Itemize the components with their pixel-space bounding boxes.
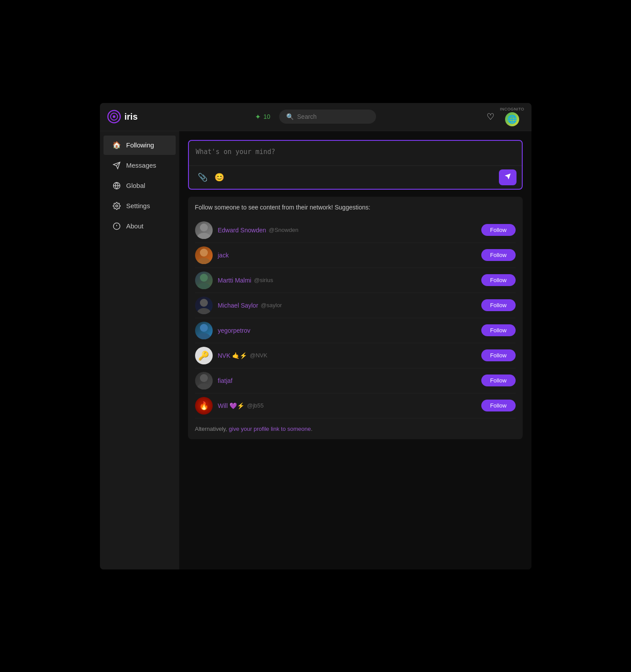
suggestion-name-martti[interactable]: Martti Malmi [218,277,251,284]
suggestion-handle-will: @jb55 [247,402,264,409]
post-box: 📎 😊 [188,140,523,190]
suggestion-row-yegor: yegorpetrov Follow [195,318,516,343]
suggestion-name-jack[interactable]: jack [218,252,229,259]
suggestion-row-martti: Martti Malmi @sirius Follow [195,268,516,293]
incognito-label: INCOGNITO [500,107,524,111]
suggestion-handle-snowden: @Snowden [269,227,298,233]
svg-point-12 [200,274,208,282]
alternatively-text: Alternatively, [195,426,229,432]
topbar: iris ✦ 10 🔍 ♡ INCOGNITO 🌐 [100,103,531,131]
sidebar-label-about: About [126,222,144,230]
about-icon [112,222,121,231]
sidebar-item-messages[interactable]: Messages [103,156,176,175]
follow-button-martti[interactable]: Follow [481,274,516,286]
follow-button-yegor[interactable]: Follow [481,324,516,336]
send-icon [504,173,511,182]
svg-point-14 [200,299,208,307]
suggestion-row-nvk: 🔑 NVK 🤙⚡ @NVK Follow [195,343,516,368]
logo-area: iris [107,110,186,124]
sidebar-label-messages: Messages [126,162,156,169]
suggestion-info-nvk: NVK 🤙⚡ @NVK [218,352,476,359]
suggestion-name-will[interactable]: Will 💜⚡ [218,402,244,409]
suggestion-name-snowden[interactable]: Edward Snowden [218,227,266,234]
home-icon: 🏠 [112,141,121,150]
topbar-right: ♡ INCOGNITO 🌐 [445,107,524,126]
svg-point-16 [200,324,208,332]
suggestion-name-fiatjaf[interactable]: fiatjaf [218,377,232,384]
search-bar[interactable]: 🔍 [279,110,376,124]
follow-button-will[interactable]: Follow [481,400,516,411]
avatar-nvk: 🔑 [195,347,213,364]
suggestion-row-jack: jack Follow [195,243,516,268]
incognito-button[interactable]: INCOGNITO 🌐 [500,107,524,126]
global-icon [112,181,121,190]
suggestion-info-martti: Martti Malmi @sirius [218,277,476,284]
sidebar-item-settings[interactable]: Settings [103,196,176,216]
avatar-saylor [195,297,213,314]
settings-icon [112,202,121,210]
sidebar-label-global: Global [126,182,145,189]
avatar-martti [195,272,213,289]
sidebar-item-following[interactable]: 🏠 Following [103,136,176,155]
suggestion-info-yegor: yegorpetrov [218,327,476,334]
period: . [311,426,313,432]
suggestion-info-will: Will 💜⚡ @jb55 [218,402,476,409]
svg-point-9 [197,233,210,239]
avatar-yegor [195,322,213,339]
suggestion-handle-martti: @sirius [254,277,273,283]
content-area: 📎 😊 Follow someone [179,131,531,569]
post-submit-button[interactable] [499,169,517,185]
search-input[interactable] [297,113,369,120]
follow-button-snowden[interactable]: Follow [481,224,516,236]
suggestion-handle-nvk: @NVK [250,352,267,359]
svg-point-8 [200,224,208,231]
sidebar-item-about[interactable]: About [103,217,176,236]
suggestion-name-nvk[interactable]: NVK 🤙⚡ [218,352,247,359]
notifications-button[interactable]: ♡ [487,111,494,122]
suggestion-name-saylor[interactable]: Michael Saylor [218,302,258,309]
score-badge: ✦ 10 [255,113,270,121]
profile-link[interactable]: give your profile link to someone [229,426,311,432]
alternatively-section: Alternatively, give your profile link to… [195,426,516,432]
iris-logo-icon [107,110,121,124]
avatar-jack [195,246,213,264]
incognito-avatar: 🌐 [505,112,519,126]
score-icon: ✦ [255,113,261,121]
svg-point-15 [197,308,210,314]
suggestion-row-fiatjaf: fiatjaf Follow [195,368,516,393]
suggestion-info-saylor: Michael Saylor @saylor [218,302,476,309]
messages-icon [112,161,121,170]
avatar-will: 🔥 [195,397,213,415]
sidebar-item-global[interactable]: Global [103,176,176,195]
topbar-center: ✦ 10 🔍 [186,110,445,124]
score-value: 10 [263,113,270,120]
sidebar: 🏠 Following Messages Global [100,131,179,569]
follow-button-nvk[interactable]: Follow [481,349,516,361]
post-input[interactable] [189,141,522,164]
suggestion-row-snowden: Edward Snowden @Snowden Follow [195,218,516,243]
suggestion-row-saylor: Michael Saylor @saylor Follow [195,293,516,318]
follow-button-saylor[interactable]: Follow [481,299,516,311]
suggestion-info-snowden: Edward Snowden @Snowden [218,227,476,234]
svg-point-18 [200,374,208,382]
svg-point-11 [197,258,210,264]
svg-point-17 [197,333,210,339]
svg-point-2 [113,115,115,118]
sidebar-label-settings: Settings [126,202,150,209]
avatar-fiatjaf [195,372,213,389]
follow-button-fiatjaf[interactable]: Follow [481,375,516,386]
app-name: iris [125,112,138,122]
svg-point-19 [197,383,210,389]
suggestion-row-will: 🔥 Will 💜⚡ @jb55 Follow [195,393,516,419]
attach-icon: 📎 [198,173,207,182]
suggestion-name-yegor[interactable]: yegorpetrov [218,327,251,334]
emoji-button[interactable]: 😊 [211,171,228,184]
emoji-icon: 😊 [214,173,224,182]
svg-point-4 [115,205,118,207]
follow-button-jack[interactable]: Follow [481,249,516,261]
app-container: iris ✦ 10 🔍 ♡ INCOGNITO 🌐 [100,103,531,569]
avatar-snowden [195,221,213,239]
sidebar-label-following: Following [126,141,154,149]
heart-icon: ♡ [487,111,494,122]
attach-button[interactable]: 📎 [194,171,211,184]
